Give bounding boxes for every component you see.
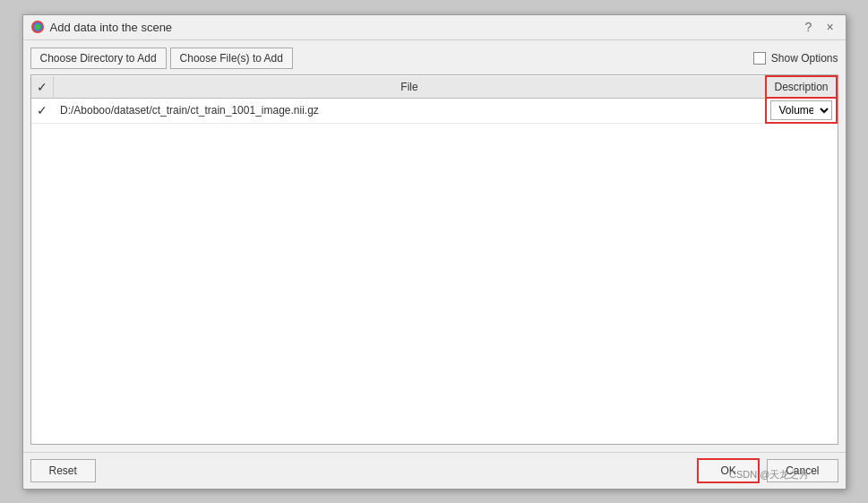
- title-bar: Add data into the scene ? ×: [23, 15, 846, 40]
- row-description-cell[interactable]: VolumeLabelMapColorTable: [766, 98, 836, 123]
- dialog-footer: Reset OK Cancel: [23, 452, 846, 489]
- toolbar-left: Choose Directory to Add Choose File(s) t…: [30, 48, 293, 69]
- choose-files-button[interactable]: Choose File(s) to Add: [170, 48, 293, 69]
- choose-directory-button[interactable]: Choose Directory to Add: [30, 48, 167, 69]
- footer-left: Reset: [30, 459, 96, 482]
- reset-button[interactable]: Reset: [30, 459, 96, 482]
- watermark: CSDN @天龙之月: [729, 468, 809, 481]
- dialog: Add data into the scene ? × Choose Direc…: [22, 14, 847, 490]
- row-check-cell[interactable]: ✓: [31, 98, 54, 123]
- toolbar: Choose Directory to Add Choose File(s) t…: [30, 48, 838, 69]
- title-bar-left: Add data into the scene: [30, 20, 173, 34]
- row-checkmark: ✓: [37, 103, 47, 117]
- description-select[interactable]: VolumeLabelMapColorTable: [770, 100, 831, 120]
- close-button[interactable]: ×: [822, 19, 838, 35]
- dialog-title: Add data into the scene: [50, 21, 173, 34]
- dialog-body: Choose Directory to Add Choose File(s) t…: [23, 40, 846, 452]
- header-description: Description: [766, 76, 836, 99]
- table-row: ✓D:/Aboboo/dataset/ct_train/ct_train_100…: [31, 98, 837, 123]
- header-file: File: [53, 76, 766, 99]
- file-table: ✓ File Description ✓D:/Aboboo/dataset/ct…: [31, 75, 838, 125]
- show-options-label: Show Options: [771, 52, 838, 65]
- app-icon: [30, 20, 45, 34]
- toolbar-right: Show Options: [753, 52, 838, 65]
- table-header-row: ✓ File Description: [31, 76, 837, 99]
- svg-point-2: [35, 24, 40, 30]
- title-bar-right: ? ×: [801, 19, 838, 35]
- help-button[interactable]: ?: [801, 19, 817, 35]
- show-options-checkbox[interactable]: [753, 52, 766, 65]
- dialog-overlay: Add data into the scene ? × Choose Direc…: [0, 0, 868, 503]
- file-table-container: ✓ File Description ✓D:/Aboboo/dataset/ct…: [30, 74, 838, 445]
- row-file-cell: D:/Aboboo/dataset/ct_train/ct_train_1001…: [53, 98, 766, 123]
- header-check: ✓: [31, 76, 54, 99]
